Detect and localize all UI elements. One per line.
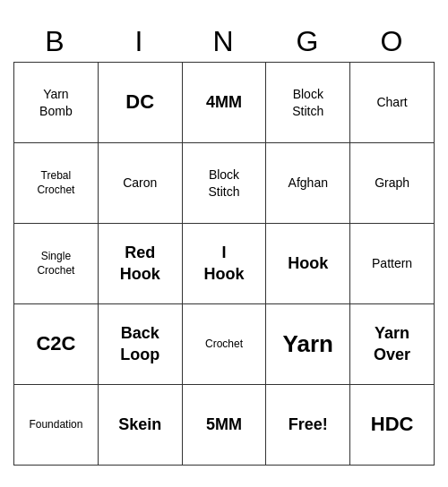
cell-label: Chart [376, 94, 407, 110]
cell-label: YarnBomb [39, 86, 73, 118]
bingo-cell-0-1: DC [99, 63, 183, 143]
bingo-cell-2-1: RedHook [99, 224, 183, 304]
cell-label: BlockStitch [208, 167, 239, 199]
header-letter: G [266, 21, 350, 62]
bingo-card: BINGO YarnBombDC4MMBlockStitchChartTreba… [13, 21, 435, 466]
bingo-cell-4-0: Foundation [14, 385, 99, 466]
bingo-cell-1-0: TrebalCrochet [14, 143, 99, 224]
bingo-cell-3-4: YarnOver [350, 304, 435, 385]
cell-label: YarnOver [374, 323, 410, 365]
bingo-cell-1-4: Graph [350, 143, 435, 224]
bingo-grid: YarnBombDC4MMBlockStitchChartTrebalCroch… [13, 62, 435, 466]
bingo-cell-2-3: Hook [266, 224, 350, 304]
bingo-cell-0-0: YarnBomb [14, 63, 99, 143]
bingo-cell-4-3: Free! [266, 385, 350, 466]
cell-label: Caron [123, 175, 157, 191]
bingo-cell-0-4: Chart [350, 63, 435, 143]
cell-label: Skein [118, 414, 161, 435]
bingo-cell-3-0: C2C [14, 304, 99, 385]
cell-label: BlockStitch [292, 86, 323, 118]
cell-label: BackLoop [120, 323, 159, 365]
header-letter: I [98, 21, 182, 62]
cell-label: Yarn [283, 329, 333, 360]
bingo-cell-2-0: SingleCrochet [14, 224, 99, 304]
cell-label: Afghan [289, 175, 328, 191]
cell-label: Foundation [29, 418, 82, 432]
cell-label: Crochet [205, 337, 243, 352]
cell-label: 5MM [206, 414, 242, 435]
cell-label: Pattern [372, 255, 412, 271]
cell-label: IHook [203, 243, 244, 285]
bingo-header: BINGO [13, 21, 435, 62]
bingo-cell-3-1: BackLoop [99, 304, 183, 385]
header-letter: N [182, 21, 266, 62]
cell-label: DC [125, 90, 154, 115]
bingo-cell-1-2: BlockStitch [183, 143, 267, 224]
bingo-cell-3-2: Crochet [183, 304, 267, 385]
bingo-cell-2-2: IHook [183, 224, 267, 304]
cell-label: HDC [371, 412, 414, 438]
header-letter: B [13, 21, 98, 62]
cell-label: SingleCrochet [37, 250, 74, 278]
cell-label: RedHook [120, 243, 160, 285]
bingo-cell-3-3: Yarn [266, 304, 350, 385]
header-letter: O [350, 21, 435, 62]
bingo-cell-1-1: Caron [99, 143, 183, 224]
bingo-cell-2-4: Pattern [350, 224, 435, 304]
bingo-cell-4-1: Skein [99, 385, 183, 466]
bingo-cell-1-3: Afghan [266, 143, 350, 224]
cell-label: Graph [375, 175, 409, 191]
cell-label: 4MM [206, 92, 242, 113]
cell-label: Free! [289, 414, 328, 435]
cell-label: TrebalCrochet [37, 169, 74, 197]
bingo-cell-0-2: 4MM [183, 63, 267, 143]
cell-label: Hook [288, 253, 328, 274]
cell-label: C2C [36, 331, 75, 357]
bingo-cell-4-4: HDC [350, 385, 435, 466]
bingo-cell-4-2: 5MM [183, 385, 267, 466]
bingo-cell-0-3: BlockStitch [266, 63, 350, 143]
